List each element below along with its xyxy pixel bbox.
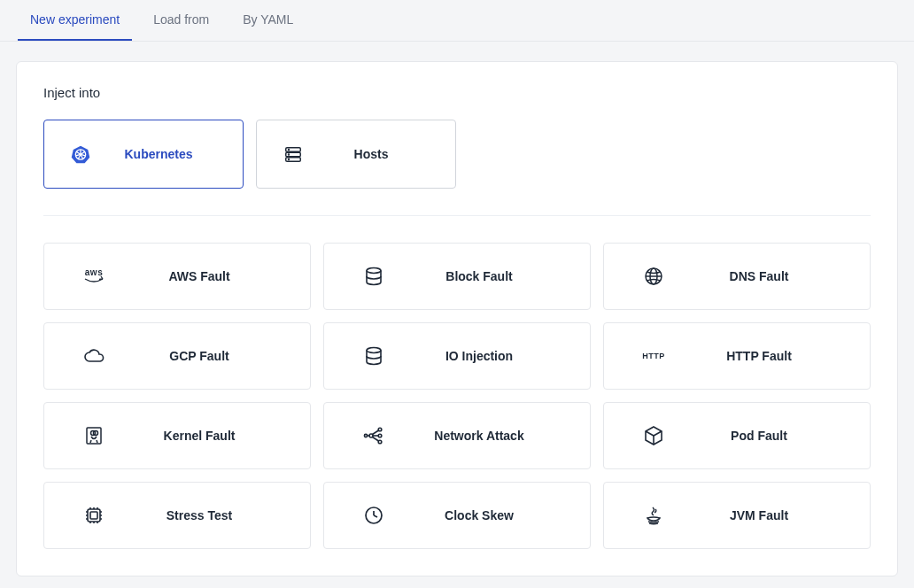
svg-point-14 bbox=[289, 154, 290, 155]
svg-line-32 bbox=[373, 437, 379, 442]
target-row: Kubernetes Hosts bbox=[43, 120, 871, 216]
hosts-icon bbox=[282, 144, 305, 164]
block-icon bbox=[361, 266, 386, 287]
aws-icon: aws bbox=[81, 267, 106, 286]
svg-point-27 bbox=[378, 434, 382, 437]
fault-card-network[interactable]: Network Attack bbox=[323, 402, 591, 469]
fault-card-jvm[interactable]: JVM Fault bbox=[603, 482, 871, 549]
fault-label: Network Attack bbox=[386, 429, 572, 443]
tab-new-experiment[interactable]: New experiment bbox=[18, 0, 132, 41]
network-icon bbox=[361, 425, 386, 446]
kernel-icon bbox=[81, 425, 106, 446]
fault-grid: aws AWS Fault Block Fault bbox=[43, 243, 871, 549]
svg-point-29 bbox=[364, 434, 367, 437]
svg-text:aws: aws bbox=[85, 267, 103, 277]
fault-card-stress[interactable]: Stress Test bbox=[43, 482, 311, 549]
fault-label: IO Injection bbox=[386, 349, 572, 363]
jvm-icon bbox=[641, 505, 666, 526]
tab-load-from[interactable]: Load from bbox=[141, 0, 221, 41]
fault-label: Block Fault bbox=[386, 269, 572, 283]
fault-label: AWS Fault bbox=[106, 269, 292, 283]
fault-label: Kernel Fault bbox=[106, 429, 292, 443]
fault-label: Clock Skew bbox=[386, 508, 572, 522]
svg-point-25 bbox=[369, 434, 373, 437]
fault-card-dns[interactable]: DNS Fault bbox=[603, 243, 871, 310]
tab-by-yaml[interactable]: By YAML bbox=[230, 0, 306, 41]
fault-label: GCP Fault bbox=[106, 349, 292, 363]
fault-card-http[interactable]: HTTP HTTP Fault bbox=[603, 322, 871, 390]
svg-point-9 bbox=[80, 153, 82, 156]
dns-icon bbox=[641, 266, 666, 287]
http-icon: HTTP bbox=[641, 352, 666, 360]
svg-rect-36 bbox=[90, 512, 97, 519]
clock-icon bbox=[361, 505, 386, 526]
stress-icon bbox=[81, 505, 106, 526]
svg-line-31 bbox=[373, 430, 379, 435]
fault-label: JVM Fault bbox=[666, 508, 852, 522]
fault-card-clock[interactable]: Clock Skew bbox=[323, 482, 591, 549]
svg-point-13 bbox=[289, 150, 290, 151]
svg-point-26 bbox=[378, 428, 382, 431]
tabs-bar: New experiment Load from By YAML bbox=[0, 0, 914, 42]
target-card-kubernetes[interactable]: Kubernetes bbox=[43, 120, 244, 189]
section-title: Inject into bbox=[43, 85, 871, 100]
svg-point-28 bbox=[378, 440, 382, 444]
fault-label: Stress Test bbox=[106, 508, 292, 522]
svg-line-51 bbox=[374, 515, 377, 517]
fault-card-block[interactable]: Block Fault bbox=[323, 243, 591, 310]
kubernetes-icon bbox=[69, 144, 92, 164]
target-label: Kubernetes bbox=[92, 147, 225, 161]
fault-label: HTTP Fault bbox=[666, 349, 852, 363]
fault-card-io[interactable]: IO Injection bbox=[323, 322, 591, 390]
io-icon bbox=[361, 345, 386, 367]
fault-card-gcp[interactable]: GCP Fault bbox=[43, 322, 311, 390]
gcp-icon bbox=[81, 347, 106, 365]
fault-card-pod[interactable]: Pod Fault bbox=[603, 402, 871, 469]
fault-label: DNS Fault bbox=[666, 269, 852, 283]
fault-card-aws[interactable]: aws AWS Fault bbox=[43, 243, 311, 310]
svg-point-15 bbox=[289, 159, 290, 160]
fault-label: Pod Fault bbox=[666, 429, 852, 443]
pod-icon bbox=[641, 425, 666, 446]
target-card-hosts[interactable]: Hosts bbox=[256, 120, 456, 189]
svg-rect-35 bbox=[88, 509, 100, 522]
fault-card-kernel[interactable]: Kernel Fault bbox=[43, 402, 311, 469]
svg-point-17 bbox=[367, 268, 381, 274]
svg-point-21 bbox=[367, 348, 381, 353]
experiment-panel: Inject into bbox=[16, 61, 898, 576]
target-label: Hosts bbox=[305, 147, 438, 161]
